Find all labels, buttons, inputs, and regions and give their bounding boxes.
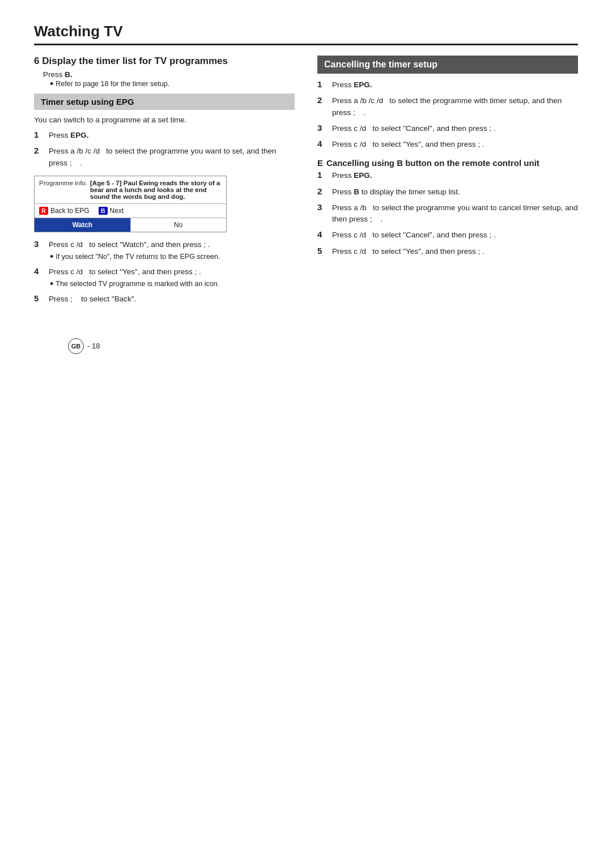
step-text-3: Press c /d to select "Watch", and then p… <box>49 239 210 250</box>
section-6-heading: 6 Display the timer list for TV programm… <box>34 56 295 67</box>
cancel-step-2: 2 Press a /b /c /d to select the program… <box>317 95 578 118</box>
cancel-step-num-1: 1 <box>317 79 328 89</box>
epg-info-content: [Age 5 - 7] Paul Ewing reads the story o… <box>90 180 222 200</box>
step-num-2: 2 <box>34 146 44 155</box>
e-step-5: 5 Press c /d to select "Yes", and then p… <box>317 246 578 257</box>
r-badge: R <box>39 207 48 215</box>
step-text-1: Press EPG. <box>49 130 89 141</box>
cancel-step-1: 1 Press EPG. <box>317 79 578 91</box>
cancel-step-num-2: 2 <box>317 95 328 105</box>
timer-step-2: 2 Press a /b /c /d to select the program… <box>34 146 295 169</box>
e-step-text-3: Press a /b to select the programme you w… <box>332 202 578 225</box>
epg-btn-b: B Next <box>99 207 124 215</box>
step-3-bullet: • If you select "No", the TV returns to … <box>50 253 295 262</box>
timer-step-3: 3 Press c /d to select "Watch", and then… <box>34 239 295 262</box>
press-b-instruction: Press B. <box>43 70 295 79</box>
cancel-step-3: 3 Press c /d to select "Cancel", and the… <box>317 123 578 134</box>
step-4-bullet: • The selected TV programme is marked wi… <box>50 280 295 289</box>
cancel-step-num-4: 4 <box>317 139 328 148</box>
step-num-5: 5 <box>34 293 44 303</box>
step-text-2: Press a /b /c /d to select the programme… <box>49 146 295 169</box>
r-label: Back to EPG <box>50 207 90 215</box>
subsection-e-header: E Cancelling using B button on the remot… <box>317 158 578 168</box>
e-letter: E <box>317 158 323 168</box>
subsection-e-title: Cancelling using B button on the remote … <box>326 158 539 168</box>
page-title: Watching TV <box>34 23 578 45</box>
epg-action-row: Watch No <box>35 218 226 232</box>
epg-action-no: No <box>131 218 227 232</box>
bullet-dot-1: • <box>50 79 53 89</box>
cancel-step-text-2: Press a /b /c /d to select the programme… <box>332 95 578 118</box>
bullet-dot-4: • <box>50 279 53 289</box>
e-step-4: 4 Press c /d to select "Cancel", and the… <box>317 229 578 241</box>
e-step-text-2: Press B to display the timer setup list. <box>332 186 460 198</box>
step-num-1: 1 <box>34 130 44 139</box>
e-step-text-4: Press c /d to select "Cancel", and then … <box>332 229 496 241</box>
epg-action-watch: Watch <box>35 218 131 232</box>
epg-dialog: Programme info. [Age 5 - 7] Paul Ewing r… <box>34 176 227 232</box>
step-num-4: 4 <box>34 266 44 276</box>
left-column: 6 Display the timer list for TV programm… <box>34 56 295 310</box>
cancel-step-text-1: Press EPG. <box>332 79 372 91</box>
page-number: - 18 <box>87 342 100 350</box>
section-6: 6 Display the timer list for TV programm… <box>34 56 295 89</box>
timer-setup-header: Timer setup using EPG <box>34 93 295 110</box>
e-step-3: 3 Press a /b to select the programme you… <box>317 202 578 225</box>
e-step-num-1: 1 <box>317 170 328 180</box>
timer-setup-intro: You can switch to a programme at a set t… <box>34 116 295 124</box>
section-6-note: • Refer to page 18 for the timer setup. <box>50 80 295 89</box>
step-text-5: Press ; to select "Back". <box>49 293 136 305</box>
e-step-1: 1 Press EPG. <box>317 170 578 181</box>
e-step-text-1: Press EPG. <box>332 170 372 181</box>
gb-badge: GB <box>68 338 84 354</box>
e-step-text-5: Press c /d to select "Yes", and then pre… <box>332 246 484 257</box>
cancel-step-text-4: Press c /d to select "Yes", and then pre… <box>332 139 484 150</box>
e-step-num-5: 5 <box>317 246 328 256</box>
cancel-step-num-3: 3 <box>317 123 328 133</box>
epg-btn-r: R Back to EPG <box>39 207 90 215</box>
timer-step-4: 4 Press c /d to select "Yes", and then p… <box>34 266 295 289</box>
cancel-step-4: 4 Press c /d to select "Yes", and then p… <box>317 139 578 150</box>
step-num-3: 3 <box>34 239 44 249</box>
cancel-timer-header: Cancelling the timer setup <box>317 56 578 74</box>
e-step-num-3: 3 <box>317 202 328 212</box>
e-step-num-2: 2 <box>317 186 328 196</box>
timer-step-1: 1 Press EPG. <box>34 130 295 141</box>
epg-info-label: Programme info. <box>39 180 90 200</box>
bullet-dot-3: • <box>50 252 53 262</box>
epg-top-row: Programme info. [Age 5 - 7] Paul Ewing r… <box>35 176 226 204</box>
right-column: Cancelling the timer setup 1 Press EPG. … <box>317 56 578 310</box>
timer-step-5: 5 Press ; to select "Back". <box>34 293 295 305</box>
epg-buttons-row: R Back to EPG B Next <box>35 204 226 218</box>
b-label: Next <box>110 207 124 215</box>
cancel-step-text-3: Press c /d to select "Cancel", and then … <box>332 123 496 134</box>
page-footer: GB - 18 <box>68 338 612 354</box>
step-text-4: Press c /d to select "Yes", and then pre… <box>49 266 201 278</box>
e-step-2: 2 Press B to display the timer setup lis… <box>317 186 578 198</box>
e-step-num-4: 4 <box>317 229 328 239</box>
b-badge: B <box>99 207 108 215</box>
